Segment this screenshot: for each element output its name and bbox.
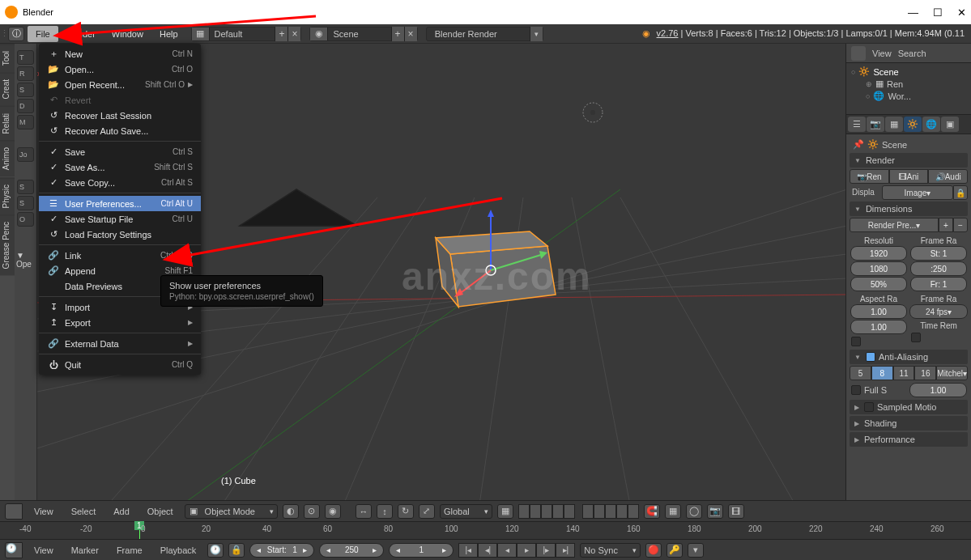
aa-filter-dropdown[interactable]: Mitchel ▾ bbox=[936, 366, 968, 380]
aa-samples-11[interactable]: 11 bbox=[893, 366, 915, 380]
aspect-y-field[interactable]: 1.00 bbox=[850, 320, 907, 334]
manipulator-toggle[interactable]: ↔ bbox=[356, 504, 372, 519]
resolution-x-field[interactable]: 1920 bbox=[850, 246, 907, 261]
jump-end-button[interactable]: ▸| bbox=[556, 543, 575, 558]
file-menu-recover-last-session[interactable]: ↺Recover Last Session bbox=[39, 108, 201, 123]
layers-button[interactable]: ▦ bbox=[497, 504, 513, 519]
render-engine-dropdown[interactable]: Blender Render ▾ bbox=[426, 27, 543, 41]
frame-start-field-timeline[interactable]: ◂ Start: 1 ▸ bbox=[249, 543, 314, 558]
auto-keyframe-button[interactable]: 🔴 bbox=[645, 543, 662, 558]
manipulator-translate[interactable]: ↕ bbox=[377, 504, 393, 519]
preset-add-button[interactable]: + bbox=[939, 218, 953, 232]
anti-aliasing-panel-head[interactable]: ✓Anti-Aliasing bbox=[850, 350, 968, 364]
keying-set-dropdown[interactable]: 🔑 bbox=[666, 543, 683, 558]
maximize-button[interactable]: ☐ bbox=[933, 6, 943, 19]
tool-btn-s3[interactable]: S bbox=[17, 196, 34, 210]
filter-size-field[interactable]: 1.00 bbox=[909, 383, 967, 397]
outliner-renderlayers-row[interactable]: ⊕▦ Ren bbox=[851, 78, 966, 90]
view3d-menu-add[interactable]: Add bbox=[107, 505, 136, 518]
timeline-menu-frame[interactable]: Frame bbox=[110, 544, 149, 557]
file-menu-new[interactable]: ＋NewCtrl N bbox=[39, 46, 201, 62]
file-menu-save-copy[interactable]: ✓Save Copy...Ctrl Alt S bbox=[39, 175, 201, 190]
outliner-view-menu[interactable]: View bbox=[872, 49, 892, 58]
manipulator-rotate[interactable]: ↻ bbox=[398, 504, 414, 519]
view3d-menu-object[interactable]: Object bbox=[141, 505, 180, 518]
opengl-render[interactable]: 📷 bbox=[707, 504, 723, 519]
timeline-editor-icon[interactable]: 🕐 bbox=[5, 542, 23, 558]
shading-mode-button[interactable]: ◐ bbox=[283, 504, 299, 519]
manipulator-scale[interactable]: ⤢ bbox=[419, 504, 435, 519]
file-menu-revert[interactable]: ↶Revert bbox=[39, 92, 201, 108]
use-preview-range-button[interactable]: 🕐 bbox=[207, 543, 224, 558]
layout-remove-button[interactable]: × bbox=[287, 27, 300, 41]
snap-element[interactable]: ▦ bbox=[665, 504, 681, 519]
timeline-menu-marker[interactable]: Marker bbox=[65, 544, 105, 557]
properties-editor-icon[interactable]: ☰ bbox=[848, 117, 866, 132]
view3d-menu-view[interactable]: View bbox=[28, 505, 60, 518]
tab-physics[interactable]: Physic bbox=[0, 177, 15, 214]
menu-file[interactable]: File bbox=[28, 26, 58, 42]
scene-dropdown[interactable]: ◉ Scene +× bbox=[309, 27, 417, 41]
scene-remove-button[interactable]: × bbox=[404, 27, 417, 41]
full-sample-checkbox[interactable] bbox=[851, 385, 861, 395]
tool-btn-o[interactable]: O bbox=[17, 212, 34, 227]
tool-btn-s2[interactable]: S bbox=[17, 180, 34, 194]
tab-animation[interactable]: Animo bbox=[0, 140, 15, 176]
sync-mode-dropdown[interactable]: No Sync▾ bbox=[580, 543, 641, 558]
layer-10[interactable] bbox=[628, 504, 639, 519]
lock-time-button[interactable]: 🔒 bbox=[228, 543, 245, 558]
outliner-search-menu[interactable]: Search bbox=[898, 49, 926, 58]
keyframe-prev-button[interactable]: ◂| bbox=[478, 543, 497, 558]
frame-step-field[interactable]: Fr: 1 bbox=[910, 277, 967, 291]
tab-render[interactable]: 📷 bbox=[867, 117, 884, 132]
border-checkbox[interactable] bbox=[851, 337, 861, 346]
layer-9[interactable] bbox=[616, 504, 628, 519]
close-button[interactable]: ✕ bbox=[957, 6, 966, 19]
outliner-world-row[interactable]: ○🌐 Wor... bbox=[851, 90, 966, 102]
resolution-y-field[interactable]: 1080 bbox=[850, 261, 907, 276]
menu-help[interactable]: Help bbox=[151, 26, 186, 42]
file-menu-quit[interactable]: ⏻QuitCtrl Q bbox=[39, 357, 201, 372]
file-menu-link[interactable]: 🔗LinkCtrl Alt O bbox=[39, 248, 201, 263]
tool-btn-d[interactable]: D bbox=[17, 99, 34, 113]
display-mode-dropdown[interactable]: Image ▾ bbox=[882, 185, 953, 200]
aa-samples-16[interactable]: 16 bbox=[914, 366, 936, 380]
dimensions-panel-head[interactable]: Dimensions bbox=[850, 202, 968, 216]
tab-renderlayers[interactable]: ▦ bbox=[885, 117, 903, 132]
render-animation-button[interactable]: 🎞Ani bbox=[889, 169, 929, 184]
minimize-button[interactable]: — bbox=[908, 6, 918, 19]
outliner-scene-row[interactable]: ○🔆 Scene bbox=[851, 66, 966, 78]
view3d-editor-icon[interactable] bbox=[5, 503, 23, 520]
operator-panel-head[interactable]: ▼ Ope bbox=[15, 248, 36, 272]
render-audio-button[interactable]: 🔊Audi bbox=[928, 169, 968, 184]
tab-world[interactable]: 🌐 bbox=[922, 117, 940, 132]
tool-btn-translate[interactable]: T bbox=[17, 50, 34, 65]
time-remap-checkbox[interactable] bbox=[911, 333, 921, 342]
tab-scene[interactable]: 🔆 bbox=[904, 117, 922, 132]
layer-6[interactable] bbox=[582, 504, 594, 519]
timeline-menu-view[interactable]: View bbox=[28, 544, 60, 557]
view3d-menu-select[interactable]: Select bbox=[65, 505, 103, 518]
keyframe-next-button[interactable]: |▸ bbox=[536, 543, 556, 558]
mode-select-dropdown[interactable]: ▣ Object Mode▾ bbox=[185, 504, 278, 519]
file-menu-open-recent[interactable]: 📂Open Recent...Shift Ctrl O bbox=[39, 77, 201, 92]
scene-add-button[interactable]: + bbox=[391, 27, 404, 41]
tab-grease-pencil[interactable]: Grease Penc bbox=[0, 214, 15, 275]
file-menu-save[interactable]: ✓SaveCtrl S bbox=[39, 144, 201, 159]
opengl-render-anim[interactable]: 🎞 bbox=[728, 504, 744, 519]
snap-toggle[interactable]: 🧲 bbox=[644, 504, 660, 519]
file-menu-recover-auto-save[interactable]: ↺Recover Auto Save... bbox=[39, 123, 201, 138]
frame-current-field[interactable]: ◂ 1 ▸ bbox=[389, 543, 454, 558]
sampled-motion-checkbox[interactable] bbox=[864, 402, 874, 412]
timeline-ruler[interactable]: -40-200204060801001201401601802002202402… bbox=[0, 521, 971, 539]
tool-btn-rotate[interactable]: R bbox=[17, 66, 34, 81]
layer-4[interactable] bbox=[552, 504, 564, 519]
editor-type-icon[interactable]: ⓘ bbox=[8, 27, 24, 41]
layout-add-button[interactable]: + bbox=[275, 27, 287, 41]
frame-start-field[interactable]: St: 1 bbox=[910, 246, 967, 261]
file-menu-external-data[interactable]: 🔗External Data bbox=[39, 336, 201, 351]
render-button[interactable]: 📷Ren bbox=[850, 169, 889, 184]
performance-panel-head[interactable]: Performance bbox=[850, 432, 968, 447]
outliner[interactable]: ○🔆 Scene ⊕▦ Ren ○🌐 Wor... bbox=[846, 63, 971, 115]
timeline-menu-playback[interactable]: Playback bbox=[154, 544, 203, 557]
